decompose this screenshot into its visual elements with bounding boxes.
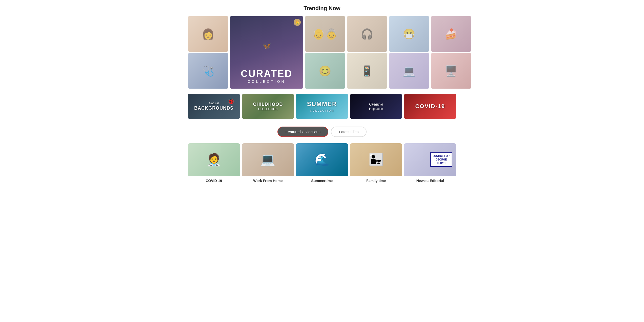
curated-main-text: CURATED [241, 69, 292, 78]
collection-covid[interactable]: COVID-19 [404, 94, 456, 119]
collection-summer-label: SUMMER COLLECTION [296, 100, 348, 112]
featured-img-inner-covid19: 🧑‍⚕️ [188, 143, 240, 176]
featured-card-editorial[interactable]: JUSTICE FORGEORGEFLOYD Newest Editorial [404, 143, 456, 184]
featured-grid: 🧑‍⚕️ COVID-19 💻 Work From Home 🌊 Summert… [188, 143, 456, 184]
featured-img-inner-editorial: JUSTICE FORGEORGEFLOYD [404, 143, 456, 176]
collection-covid-label: COVID-19 [415, 103, 445, 110]
collection-natural-label: Natural BACKGROUNDS [194, 102, 233, 111]
tabs-container: Featured Collections Latest Files [188, 127, 456, 137]
featured-img-summertime: 🌊 [296, 143, 348, 176]
featured-img-family: 👨‍👧 [350, 143, 402, 176]
featured-img-inner-wfh: 💻 [242, 143, 294, 176]
tab-featured-collections[interactable]: Featured Collections [277, 127, 329, 137]
featured-label-wfh: Work From Home [242, 176, 294, 184]
laptop-icon: 💻 [260, 153, 275, 167]
curated-sub-text: COLLECTION [241, 79, 292, 84]
trending-cell-9[interactable]: 📱 [347, 53, 387, 89]
family-icon: 👨‍👧 [369, 153, 384, 167]
trending-cell-4[interactable]: 🎧 [347, 16, 387, 52]
collection-summer[interactable]: SUMMER COLLECTION [296, 94, 348, 119]
collection-childhood-label: CHILDHOOD COLLECTION [253, 102, 283, 111]
featured-img-inner-family: 👨‍👧 [350, 143, 402, 176]
trending-cell-7[interactable]: 🩺 [188, 53, 228, 89]
trending-cell-curated[interactable]: 👑 🦋 CURATED COLLECTION [230, 16, 303, 89]
collection-natural[interactable]: 🐞 Natural BACKGROUNDS [188, 94, 240, 119]
collection-creative[interactable]: Creative inspiration [350, 94, 402, 119]
featured-img-covid19: 🧑‍⚕️ [188, 143, 240, 176]
trending-cell-11[interactable]: 🖥️ [431, 53, 471, 89]
featured-label-family: Family time [350, 176, 402, 184]
page-container: Trending Now 👩 👑 🦋 CURATED COLLECTION 👴👵 [183, 0, 461, 194]
crown-icon: 👑 [294, 19, 301, 26]
featured-label-editorial: Newest Editorial [404, 176, 456, 184]
curated-overlay: CURATED COLLECTION [230, 69, 303, 84]
collection-creative-label: Creative inspiration [369, 102, 383, 111]
trending-grid: 👩 👑 🦋 CURATED COLLECTION 👴👵 🎧 😷 [188, 16, 456, 89]
collections-row: 🐞 Natural BACKGROUNDS CHILDHOOD COLLECTI… [188, 94, 456, 119]
featured-card-wfh[interactable]: 💻 Work From Home [242, 143, 294, 184]
trending-cell-3[interactable]: 👴👵 [305, 16, 345, 52]
featured-card-family[interactable]: 👨‍👧 Family time [350, 143, 402, 184]
collection-childhood[interactable]: CHILDHOOD COLLECTION [242, 94, 294, 119]
beach-icon: 🌊 [314, 153, 330, 167]
trending-cell-10[interactable]: 💻 [389, 53, 429, 89]
trending-cell-1[interactable]: 👩 [188, 16, 228, 52]
butterfly-icon: 🦋 [262, 42, 271, 50]
trending-cell-6[interactable]: 🍰 [431, 16, 471, 52]
featured-img-editorial: JUSTICE FORGEORGEFLOYD [404, 143, 456, 176]
featured-img-wfh: 💻 [242, 143, 294, 176]
featured-label-summertime: Summertime [296, 176, 348, 184]
featured-card-summertime[interactable]: 🌊 Summertime [296, 143, 348, 184]
featured-img-inner-summertime: 🌊 [296, 143, 348, 176]
featured-card-covid19[interactable]: 🧑‍⚕️ COVID-19 [188, 143, 240, 184]
trending-cell-8[interactable]: 😊 [305, 53, 345, 89]
justice-sign: JUSTICE FORGEORGEFLOYD [430, 152, 452, 167]
trending-cell-5[interactable]: 😷 [389, 16, 429, 52]
trending-title: Trending Now [188, 5, 456, 12]
tab-latest-files[interactable]: Latest Files [331, 127, 367, 137]
featured-label-covid19: COVID-19 [188, 176, 240, 184]
mask-person-icon: 🧑‍⚕️ [206, 153, 222, 167]
